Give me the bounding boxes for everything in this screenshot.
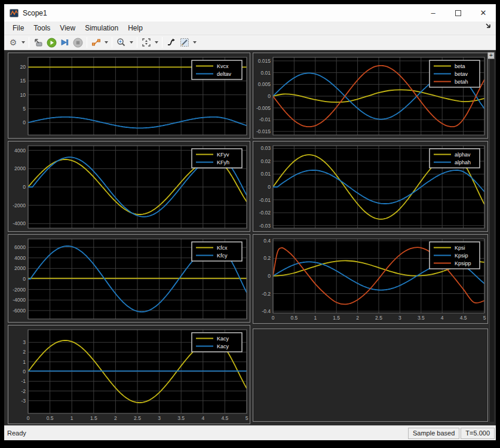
y-tick-label: 5: [23, 106, 26, 112]
x-tick-label: 3.5: [177, 415, 185, 421]
y-tick-label: 0: [268, 93, 271, 99]
x-tick-label: 2.5: [134, 415, 141, 421]
plot-panel-alpha[interactable]: -0.03-0.02-0.0100.010.020.03alphavalphah: [253, 141, 488, 232]
chevron-down-icon: [22, 41, 25, 44]
run-button[interactable]: [45, 36, 58, 49]
y-tick-label: 2000: [14, 165, 26, 171]
legend-kacy[interactable]: KacyKacy: [192, 333, 242, 352]
highlight-block-button[interactable]: [32, 36, 45, 49]
measurements-dropdown[interactable]: [191, 36, 198, 49]
zoom-icon: [116, 38, 126, 47]
x-tick-label: 5: [483, 315, 486, 321]
sample-mode-cell: Sample based: [408, 428, 459, 439]
settings-dropdown[interactable]: [20, 36, 26, 49]
x-tick-label: 3.5: [418, 315, 425, 321]
signal-selector-dropdown[interactable]: [103, 36, 109, 49]
x-tick-label: 4: [201, 415, 204, 421]
y-tick-label: -0.01: [259, 197, 271, 203]
menu-tools[interactable]: Tools: [29, 23, 55, 33]
toolbar-separator: [137, 37, 137, 48]
expand-panel-button[interactable]: +: [487, 52, 495, 59]
step-forward-button[interactable]: [58, 36, 71, 49]
y-tick-label: -0.01: [259, 116, 271, 122]
maximize-icon: [455, 10, 461, 16]
legend-alpha[interactable]: alphavalphah: [430, 149, 480, 168]
axes-kfc[interactable]: -6000-4000-20000200040006000KfcxKfcy: [8, 235, 250, 322]
stop-button[interactable]: [71, 36, 84, 49]
y-tick-label: 4000: [14, 148, 26, 154]
menu-view[interactable]: View: [55, 23, 80, 33]
measurements-button[interactable]: [178, 36, 191, 49]
zoom-dropdown[interactable]: [128, 36, 134, 49]
zoom-button[interactable]: [115, 36, 128, 49]
plot-panel-kfc[interactable]: -6000-4000-20000200040006000KfcxKfcy: [8, 234, 250, 323]
trigger-icon: [167, 38, 176, 47]
y-tick-label: 0.005: [258, 81, 271, 87]
plot-panel-kfy[interactable]: -4000-2000020004000KFyvKFyh: [8, 141, 250, 232]
toolbar-separator: [112, 37, 112, 48]
x-tick-label: 1: [70, 415, 73, 421]
legend-kfy[interactable]: KFyvKFyh: [192, 149, 242, 168]
fit-to-view-dropdown[interactable]: [153, 36, 159, 49]
axes-kpsi[interactable]: -0.4-0.200.20.400.511.522.533.544.55Kpsi…: [253, 235, 487, 323]
fit-to-view-button[interactable]: [140, 36, 153, 49]
axes-alpha[interactable]: -0.03-0.02-0.0100.010.020.03alphavalphah: [253, 142, 487, 231]
axes-beta[interactable]: -0.015-0.01-0.00500.0050.010.015betabeta…: [253, 53, 487, 138]
plot-panel-kpsi[interactable]: -0.4-0.200.20.400.511.522.533.544.55Kpsi…: [253, 234, 488, 324]
statusbar: Ready Sample based T=5.000: [4, 425, 496, 440]
settings-button[interactable]: ⚙: [7, 36, 20, 49]
menu-simulation[interactable]: Simulation: [80, 23, 123, 33]
plot-panel-kacy[interactable]: -3-2-1012300.511.522.533.544.55KacyKacy: [8, 325, 250, 424]
legend-label: Kacy: [217, 343, 229, 349]
maximize-button[interactable]: [446, 4, 471, 22]
plot-panel-beta[interactable]: -0.015-0.01-0.00500.0050.010.015betabeta…: [253, 53, 488, 139]
legend-label: beta: [455, 63, 465, 69]
y-tick-label: -0.4: [262, 308, 271, 314]
x-tick-label: 4.5: [460, 315, 467, 321]
dock-arrow-icon[interactable]: [484, 22, 493, 30]
legend-kfc[interactable]: KfcxKfcy: [192, 242, 242, 261]
y-tick-label: -2000: [13, 287, 26, 293]
menubar: File Tools View Simulation Help: [4, 22, 496, 35]
signal-selector-icon: [91, 38, 101, 47]
y-tick-label: 0: [23, 276, 26, 282]
y-tick-label: 1: [23, 359, 26, 365]
plot-panel-kvcx[interactable]: 05101520Kvcxdeltav: [8, 53, 250, 139]
scope-window: Scope1 – ✕ File Tools View Simulation He…: [4, 4, 496, 440]
menu-file[interactable]: File: [8, 23, 29, 33]
minimize-icon: –: [431, 8, 435, 17]
legend-kpsi[interactable]: KpsiKpsipKpsipp: [430, 242, 480, 269]
toolbar-separator: [162, 37, 162, 48]
scope-app-icon: [10, 9, 19, 17]
x-tick-label: 2: [356, 315, 359, 321]
y-tick-label: -2: [21, 388, 26, 394]
minimize-button[interactable]: –: [421, 4, 446, 22]
x-tick-label: 1.5: [90, 415, 97, 421]
gear-icon: ⚙: [10, 38, 17, 47]
y-tick-label: 2000: [14, 265, 26, 271]
y-tick-label: 0.4: [263, 238, 271, 244]
legend-label: alphah: [455, 159, 471, 165]
legend-label: Kfcx: [217, 245, 228, 251]
trigger-button[interactable]: [165, 36, 178, 49]
y-tick-label: 3: [23, 339, 26, 345]
signal-selector-button[interactable]: [90, 36, 103, 49]
x-tick-label: 0: [272, 315, 275, 321]
close-button[interactable]: ✕: [471, 4, 496, 22]
y-tick-label: 2: [23, 349, 26, 355]
legend-beta[interactable]: betabetavbetah: [430, 60, 480, 87]
x-tick-label: 0: [27, 415, 30, 421]
y-tick-label: 0: [23, 369, 26, 375]
axes-kfy[interactable]: -4000-2000020004000KFyvKFyh: [8, 142, 250, 231]
titlebar: Scope1 – ✕: [4, 4, 496, 22]
plot-canvas: + 05101520Kvcxdeltav-0.015-0.01-0.00500.…: [4, 50, 496, 425]
axes-kacy[interactable]: -3-2-1012300.511.522.533.544.55KacyKacy: [8, 326, 250, 424]
axes-kvcx[interactable]: 05101520Kvcxdeltav: [8, 53, 250, 138]
legend-label: betav: [455, 71, 468, 77]
y-tick-label: 0: [23, 119, 26, 125]
x-tick-label: 2: [114, 415, 117, 421]
collapsed-panel-strip: [489, 53, 494, 422]
y-tick-label: 0.03: [260, 145, 271, 151]
legend-kvcx[interactable]: Kvcxdeltav: [192, 60, 242, 79]
menu-help[interactable]: Help: [123, 23, 148, 33]
